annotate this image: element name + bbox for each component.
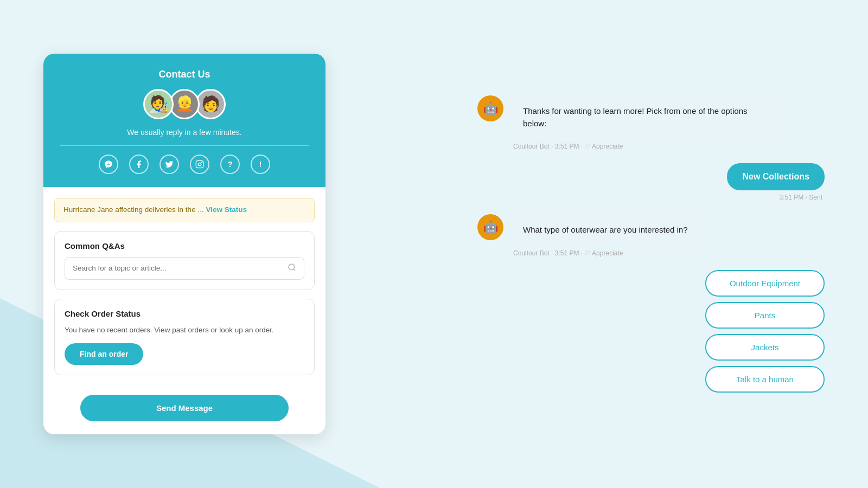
- messenger-icon[interactable]: [99, 155, 118, 174]
- send-message-section: Send Message: [43, 386, 326, 434]
- bot-sender-1: Coultour Bot: [513, 143, 550, 150]
- svg-point-1: [198, 163, 201, 165]
- help-icon[interactable]: ?: [220, 155, 240, 174]
- order-section: Check Order Status You have no recent or…: [54, 299, 315, 375]
- contact-subtitle: We usually reply in a few minutes.: [60, 128, 309, 137]
- avatar-group: 🧑‍🎨 👱 🧑: [60, 89, 309, 119]
- avatar-2: 👱: [169, 89, 200, 119]
- bot-message-2-content: What type of outerwear are you intereste…: [511, 214, 700, 257]
- svg-line-4: [293, 269, 295, 271]
- user-meta-1: 3:51 PM · Sent: [780, 194, 825, 201]
- qna-section: Common Q&As: [54, 231, 315, 290]
- contact-header-title: Contact Us: [60, 69, 309, 80]
- order-section-title: Check Order Status: [65, 309, 304, 318]
- bot-appreciate-1[interactable]: Appreciate: [592, 143, 623, 150]
- contact-widget-panel: Contact Us 🧑‍🎨 👱 🧑 We usually reply in a…: [43, 54, 326, 434]
- svg-rect-0: [196, 160, 203, 168]
- bot-meta-1: Coultour Bot · 3:51 PM · ♡ Appreciate: [511, 143, 782, 150]
- bot-time-1: 3:51 PM: [555, 143, 579, 150]
- avatar-3: 🧑: [195, 89, 226, 119]
- search-box[interactable]: [65, 257, 304, 280]
- option-talk-to-human[interactable]: Talk to a human: [705, 366, 825, 393]
- bot-sep-2: ·: [551, 249, 555, 257]
- user-time-1: 3:51 PM: [780, 194, 804, 201]
- bot-appreciate-2[interactable]: Appreciate: [592, 249, 623, 257]
- bot-bubble-1: Thanks for wanting to learn more! Pick f…: [511, 95, 782, 139]
- avatar-1: 🧑‍🎨: [143, 89, 174, 119]
- bot-avatar-2: 🤖: [477, 214, 503, 240]
- alert-text: Hurricane Jane affecting deliveries in t…: [63, 206, 204, 214]
- qna-title: Common Q&As: [65, 241, 304, 251]
- option-jackets[interactable]: Jackets: [705, 334, 825, 361]
- bot-heart-1: · ♡: [581, 143, 592, 150]
- search-icon: [288, 263, 296, 274]
- bot-message-2: 🤖 What type of outerwear are you interes…: [477, 214, 825, 257]
- bot-bubble-2: What type of outerwear are you intereste…: [511, 214, 700, 246]
- contact-header: Contact Us 🧑‍🎨 👱 🧑 We usually reply in a…: [43, 54, 326, 187]
- search-input[interactable]: [73, 264, 283, 272]
- find-order-button[interactable]: Find an order: [65, 343, 143, 365]
- bot-heart-2: · ♡: [581, 249, 592, 257]
- header-divider: [60, 145, 309, 146]
- alert-icon[interactable]: !: [251, 155, 270, 174]
- view-status-link[interactable]: View Status: [206, 206, 247, 214]
- bot-time-2: 3:51 PM: [555, 249, 579, 257]
- bot-meta-2: Coultour Bot · 3:51 PM · ♡ Appreciate: [511, 249, 700, 257]
- contact-card: Contact Us 🧑‍🎨 👱 🧑 We usually reply in a…: [43, 54, 326, 434]
- alert-banner: Hurricane Jane affecting deliveries in t…: [54, 198, 315, 222]
- social-icons-group: ? !: [60, 155, 309, 174]
- send-message-button[interactable]: Send Message: [80, 395, 289, 421]
- svg-point-3: [289, 264, 295, 270]
- twitter-icon[interactable]: [159, 155, 179, 174]
- svg-point-2: [201, 162, 202, 163]
- bot-avatar-1: 🤖: [477, 95, 503, 121]
- user-status-1: Sent: [809, 194, 822, 201]
- facebook-icon[interactable]: [129, 155, 149, 174]
- order-description: You have no recent orders. View past ord…: [65, 325, 304, 336]
- bot-message-1: 🤖 Thanks for wanting to learn more! Pick…: [477, 95, 825, 150]
- chat-panel: 🤖 Thanks for wanting to learn more! Pick…: [423, 95, 825, 393]
- options-group: Outdoor Equipment Pants Jackets Talk to …: [477, 270, 825, 393]
- option-outdoor-equipment[interactable]: Outdoor Equipment: [705, 270, 825, 297]
- user-bubble-1[interactable]: New Collections: [727, 163, 825, 190]
- bot-sep-1: ·: [551, 143, 555, 150]
- option-pants[interactable]: Pants: [705, 302, 825, 329]
- instagram-icon[interactable]: [190, 155, 209, 174]
- bot-message-1-content: Thanks for wanting to learn more! Pick f…: [511, 95, 782, 150]
- user-message-1: New Collections 3:51 PM · Sent: [477, 163, 825, 201]
- contact-body: Hurricane Jane affecting deliveries in t…: [43, 187, 326, 386]
- bot-sender-2: Coultour Bot: [513, 249, 550, 257]
